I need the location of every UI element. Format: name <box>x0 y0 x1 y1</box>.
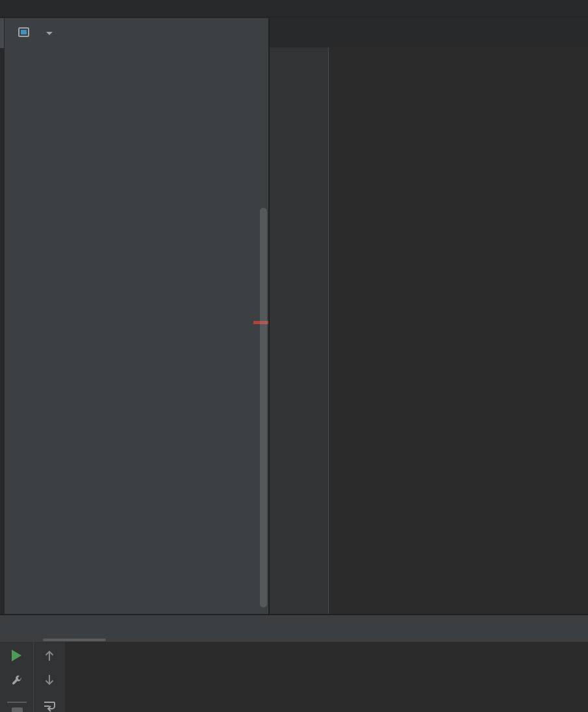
tree-scrollbar[interactable] <box>260 208 267 607</box>
settings-wrench-button[interactable] <box>0 674 33 687</box>
soft-wrap-button[interactable] <box>34 699 65 712</box>
run-panel <box>0 614 588 712</box>
code-editor[interactable] <box>270 47 588 614</box>
breadcrumb-bar <box>0 0 588 18</box>
tool-window-stripe <box>0 18 5 614</box>
up-arrow-icon <box>43 648 56 663</box>
soft-wrap-icon <box>42 699 57 712</box>
editor-gutter <box>270 47 329 614</box>
tool-window-stripe-indicator <box>0 18 4 48</box>
down-arrow-icon <box>43 673 56 687</box>
run-toolbar <box>0 642 33 712</box>
editor-tab-bar <box>270 18 588 47</box>
up-arrow-button[interactable] <box>34 648 65 663</box>
chevron-down-icon[interactable] <box>46 32 53 35</box>
run-console[interactable] <box>65 642 588 712</box>
run-panel-body <box>0 642 588 712</box>
down-arrow-button[interactable] <box>34 673 65 687</box>
project-panel <box>5 18 268 614</box>
project-tool-icon <box>18 27 29 39</box>
wrench-icon <box>10 674 23 687</box>
toolbar-divider <box>7 702 27 703</box>
run-tab-underline <box>43 639 106 641</box>
console-nav-toolbar <box>33 642 65 712</box>
project-panel-header <box>5 18 268 48</box>
run-panel-header <box>0 615 588 642</box>
pycharm-window <box>0 0 588 712</box>
play-icon <box>12 650 21 661</box>
stop-button[interactable] <box>12 707 23 712</box>
rerun-button[interactable] <box>0 650 33 661</box>
project-tree <box>5 47 268 614</box>
